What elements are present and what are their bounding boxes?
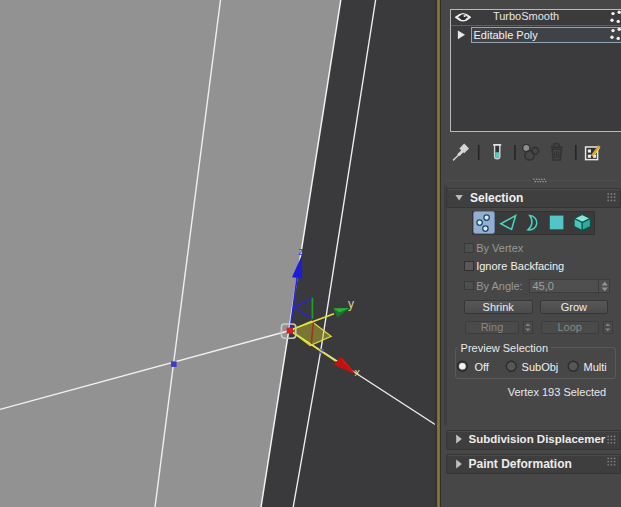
svg-text:x: x <box>355 366 361 378</box>
svg-text:y: y <box>348 297 354 311</box>
svg-text:z: z <box>298 246 303 257</box>
